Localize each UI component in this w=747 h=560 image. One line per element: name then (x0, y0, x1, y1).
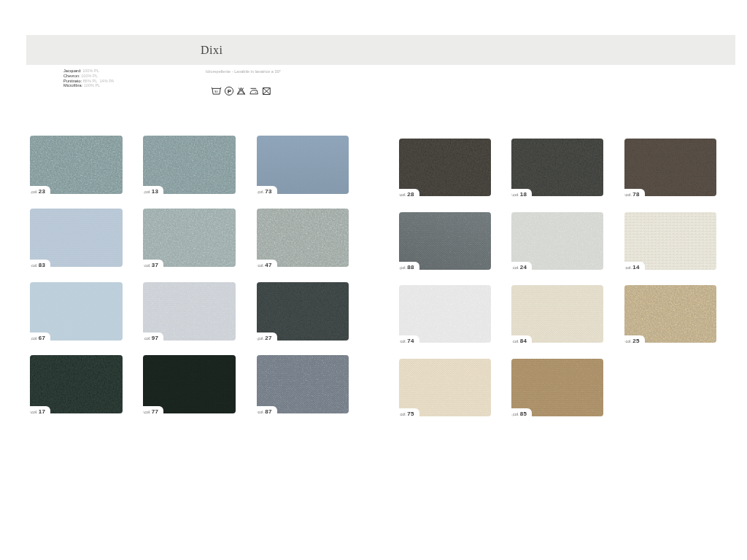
svg-text:P: P (228, 88, 232, 95)
svg-text:30: 30 (214, 90, 218, 93)
